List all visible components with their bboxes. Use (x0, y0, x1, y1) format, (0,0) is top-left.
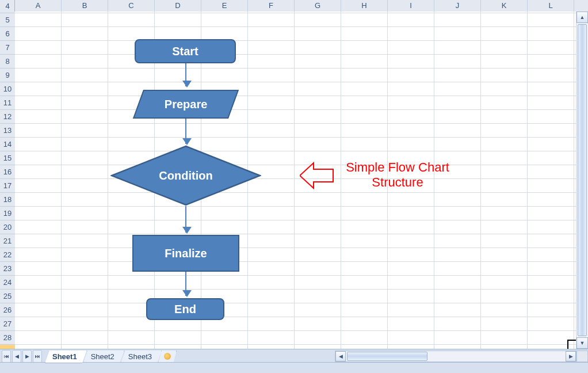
column-header[interactable]: J (434, 0, 481, 12)
row-header[interactable]: 25 (0, 290, 15, 303)
annotation-text[interactable]: Simple Flow Chart Structure (337, 160, 458, 190)
flowchart-arrow (185, 272, 186, 296)
row-header[interactable]: 10 (0, 82, 15, 96)
grid-line (15, 303, 576, 303)
column-header[interactable]: F (248, 0, 295, 12)
column-header[interactable]: B (62, 0, 108, 12)
row-header[interactable]: 18 (0, 193, 15, 207)
column-header[interactable]: A (15, 0, 62, 12)
flowchart-node-end[interactable]: End (146, 298, 224, 320)
grid-line (15, 248, 576, 248)
row-header[interactable]: 20 (0, 220, 15, 234)
sheet-nav-buttons: ⏮ ◀ ▶ ⏭ (0, 349, 43, 363)
column-header[interactable]: D (155, 0, 201, 12)
row-header[interactable]: 19 (0, 207, 15, 220)
column-header[interactable]: K (481, 0, 528, 12)
grid-line (527, 12, 528, 349)
row-header[interactable]: 13 (0, 124, 15, 138)
column-header[interactable]: G (295, 0, 341, 12)
sheet-tab-sheet2[interactable]: Sheet2 (83, 351, 124, 363)
sheet-nav-first-icon[interactable]: ⏮ (2, 350, 11, 363)
row-header[interactable]: 14 (0, 138, 15, 151)
sheet-tab-sheet1[interactable]: Sheet1 (45, 351, 87, 363)
row-header[interactable]: 7 (0, 41, 15, 55)
scroll-down-button[interactable]: ▼ (576, 337, 588, 349)
vertical-scrollbar[interactable]: ▲ ▼ (576, 12, 588, 349)
grid-line (61, 12, 62, 349)
row-header[interactable]: 4 (0, 0, 15, 13)
annotation-line2: Structure (372, 175, 423, 189)
column-header[interactable]: H (341, 0, 388, 12)
grid-line (15, 109, 576, 110)
sheet-tab-strip: ⏮ ◀ ▶ ⏭ Sheet1 Sheet2 Sheet3 ◀ ▶ (0, 349, 588, 363)
flowchart-arrow (185, 119, 186, 144)
row-header[interactable]: 6 (0, 27, 15, 41)
grid-line (15, 123, 576, 124)
grid-line (15, 26, 576, 27)
column-header[interactable]: I (388, 0, 434, 12)
flowchart-node-start[interactable]: Start (135, 39, 236, 63)
grid-line (15, 317, 576, 317)
row-header[interactable]: 9 (0, 68, 15, 82)
grid-line (15, 13, 576, 13)
grid-line (15, 96, 576, 96)
grid-line (574, 12, 574, 349)
vertical-scroll-thumb[interactable] (578, 24, 587, 336)
row-header[interactable]: 24 (0, 276, 15, 290)
column-header[interactable]: C (108, 0, 155, 12)
row-header[interactable]: 28 (0, 331, 15, 345)
scroll-right-button[interactable]: ▶ (566, 351, 576, 361)
grid-line (15, 165, 576, 165)
grid-line (480, 12, 481, 349)
row-header[interactable]: 17 (0, 179, 15, 193)
grid-line (15, 54, 576, 55)
row-header[interactable]: 26 (0, 303, 15, 317)
sheet-nav-last-icon[interactable]: ⏭ (33, 350, 42, 363)
svg-marker-1 (300, 163, 333, 188)
row-header[interactable]: 16 (0, 165, 15, 179)
row-header-column: 4567891011121314151617181920212223242526… (0, 12, 16, 349)
row-header[interactable]: 15 (0, 151, 15, 165)
sheet-nav-next-icon[interactable]: ▶ (22, 350, 32, 363)
annotation-line1: Simple Flow Chart (346, 160, 449, 174)
flowchart-node-prepare[interactable]: Prepare (133, 90, 239, 119)
sheet-tab-sheet3[interactable]: Sheet3 (121, 351, 162, 363)
flowchart-node-label: Finalize (165, 247, 207, 260)
horizontal-scrollbar[interactable]: ◀ ▶ (335, 351, 576, 362)
row-header[interactable]: 12 (0, 110, 15, 124)
grid-line (15, 220, 576, 220)
status-bar (0, 362, 588, 373)
grid-line (15, 178, 576, 179)
flowchart-node-finalize[interactable]: Finalize (132, 235, 239, 272)
row-header[interactable]: 21 (0, 234, 15, 248)
grid-line (15, 261, 576, 262)
grid-line (15, 275, 576, 276)
grid-line (15, 82, 576, 82)
sheet-tabs: Sheet1 Sheet2 Sheet3 (45, 349, 173, 363)
row-header[interactable]: 22 (0, 248, 15, 262)
row-header[interactable]: 11 (0, 96, 15, 110)
horizontal-scroll-thumb[interactable] (347, 352, 427, 361)
flowchart-node-condition[interactable]: Condition (110, 145, 261, 206)
bottom-bar: ⏮ ◀ ▶ ⏭ Sheet1 Sheet2 Sheet3 ◀ ▶ (0, 349, 588, 373)
scroll-left-button[interactable]: ◀ (335, 351, 346, 361)
row-header[interactable]: 8 (0, 55, 15, 68)
grid-line (15, 68, 576, 68)
grid-line (15, 151, 576, 151)
row-header[interactable]: 5 (0, 13, 15, 27)
grid-line (294, 12, 295, 349)
column-header-row: ABCDEFGHIJKL (0, 0, 588, 12)
flowchart-node-label: Prepare (165, 98, 208, 111)
annotation-arrow-icon[interactable] (300, 161, 334, 190)
sheet-nav-prev-icon[interactable]: ◀ (12, 350, 21, 363)
row-header[interactable]: 27 (0, 317, 15, 331)
column-header[interactable]: L (528, 0, 574, 12)
grid-line (108, 12, 108, 349)
flowchart-node-label: Start (172, 45, 198, 58)
spreadsheet-grid[interactable]: Start Prepare Condition Finalize End (15, 12, 576, 349)
scroll-up-button[interactable]: ▲ (576, 12, 588, 23)
column-header[interactable]: E (201, 0, 248, 12)
grid-line (15, 330, 576, 331)
row-header[interactable]: 23 (0, 262, 15, 276)
flowchart-arrow (185, 63, 186, 86)
